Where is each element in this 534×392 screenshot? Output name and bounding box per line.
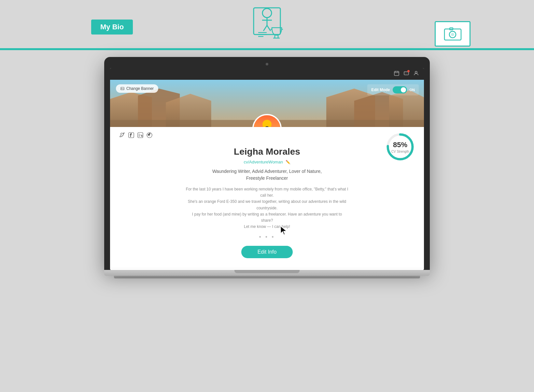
- profile-url-link[interactable]: cv/AdventureWoman: [244, 160, 284, 164]
- banner-area: Change Banner Edit Mode ON: [110, 80, 424, 127]
- change-banner-button[interactable]: Change Banner: [116, 84, 158, 93]
- edit-mode-label: Edit Mode: [371, 88, 390, 92]
- profile-bio: For the last 10 years I have been workin…: [186, 186, 348, 230]
- twitter-icon[interactable]: [119, 132, 125, 139]
- edit-mode-area: Edit Mode ON: [367, 84, 419, 95]
- laptop-hinge: [234, 270, 300, 273]
- profile-card: 85% CV Strength Leigha Morales cv/Advent…: [110, 127, 424, 268]
- edit-info-button[interactable]: Edit Info: [241, 246, 293, 258]
- laptop-foot: [114, 276, 420, 278]
- laptop-frame: Change Banner Edit Mode ON: [104, 57, 430, 270]
- change-banner-label: Change Banner: [126, 86, 154, 91]
- my-bio-tab[interactable]: My Bio: [91, 20, 133, 35]
- edit-mode-toggle[interactable]: [393, 86, 407, 93]
- toggle-on-label: ON: [410, 88, 415, 92]
- dots-row: • • •: [123, 234, 411, 241]
- svg-rect-18: [394, 71, 399, 76]
- profile-url: cv/AdventureWoman ✏️: [123, 159, 411, 165]
- linkedin-icon[interactable]: [137, 132, 143, 139]
- toggle-knob: [401, 87, 406, 92]
- svg-point-16: [451, 33, 454, 36]
- photo-icon: [444, 27, 462, 41]
- svg-point-24: [415, 71, 417, 73]
- profile-url-text: cv/AdventureWoman: [244, 160, 283, 164]
- user-icon[interactable]: [414, 71, 419, 77]
- cv-strength: 85% CV Strength: [386, 132, 415, 161]
- edit-url-icon[interactable]: ✏️: [286, 160, 290, 164]
- svg-point-41: [139, 134, 139, 134]
- calendar-icon[interactable]: [394, 71, 399, 77]
- laptop-camera: [266, 63, 268, 65]
- facebook-icon[interactable]: [128, 132, 134, 139]
- screen-topbar: [110, 68, 424, 80]
- laptop-screen: Change Banner Edit Mode ON: [110, 68, 424, 270]
- avatar: [252, 114, 282, 127]
- pinterest-icon[interactable]: [147, 132, 152, 139]
- cv-strength-percent: 85%: [393, 141, 407, 149]
- svg-rect-22: [404, 72, 409, 75]
- cv-strength-label: CV Strength: [391, 150, 409, 153]
- laptop-container: Change Banner Edit Mode ON: [104, 57, 430, 278]
- avatar-wrapper: [252, 114, 282, 127]
- profile-name: Leigha Morales: [123, 147, 411, 157]
- laptop-base: [104, 270, 430, 276]
- photo-tab[interactable]: [435, 21, 471, 47]
- image-icon: [120, 87, 124, 91]
- profile-tagline: Waundering Writer, Advid Adventurer, Lov…: [123, 168, 411, 182]
- svg-rect-33: [121, 87, 124, 90]
- notification-icon[interactable]: [404, 71, 409, 77]
- avatar-silhouette: [254, 115, 280, 127]
- social-icons: [119, 132, 152, 139]
